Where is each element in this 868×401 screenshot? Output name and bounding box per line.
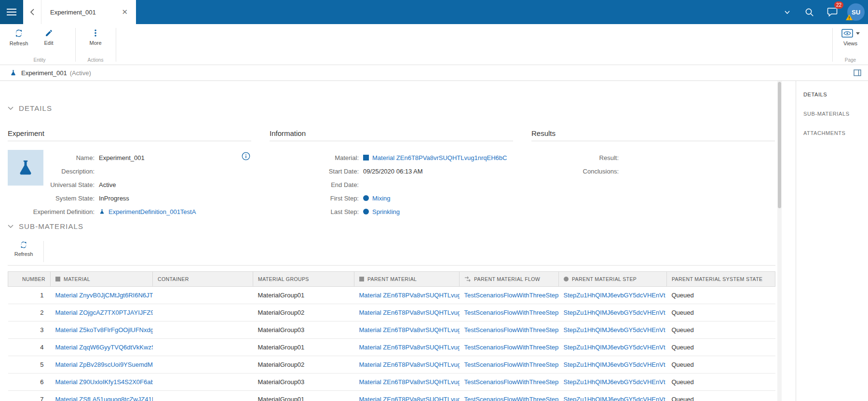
- parent-material-step-link[interactable]: StepZu1HhQIMJ6evbGY5dcVHEnVt: [564, 326, 665, 334]
- parent-material-link[interactable]: Material ZEn6T8PVa8vrSUQHTLvug: [359, 396, 460, 401]
- page-group: Views Page: [833, 24, 868, 65]
- user-menu-button[interactable]: SU: [844, 0, 868, 24]
- parent-material-step-link[interactable]: StepZu1HhQIMJ6evbGY5dcVHEnVt: [564, 292, 665, 299]
- hamburger-menu-button[interactable]: [0, 0, 23, 24]
- more-button[interactable]: More: [81, 28, 110, 46]
- cell-material-groups: MaterialGroup03: [253, 374, 354, 391]
- parent-material-flow-link[interactable]: TestScenariosFlowWithThreeSteps: [464, 361, 559, 368]
- submaterials-section-header[interactable]: SUB-MATERIALS: [8, 222, 83, 230]
- table-row[interactable]: 6Material Z90UxloIKfy1S4S2X0F6abMaterial…: [8, 374, 775, 391]
- avatar: SU: [847, 3, 865, 21]
- material-link[interactable]: Material ZEn6T8PVa8vrSUQHTLvug1nrqEH6bC: [372, 154, 507, 161]
- edit-button[interactable]: Edit: [34, 28, 64, 46]
- entity-title: Experiment_001: [21, 69, 67, 77]
- material-link[interactable]: Material ZpBv289scUoi9YSuemdM: [55, 361, 153, 368]
- parent-material-link[interactable]: Material ZEn6T8PVa8vrSUQHTLvug: [359, 326, 460, 334]
- parent-material-flow-link[interactable]: TestScenariosFlowWithThreeSteps: [464, 292, 559, 299]
- topbar-dropdown-button[interactable]: [776, 0, 798, 24]
- field-row: End Date:: [270, 178, 513, 191]
- last-step-link[interactable]: Sprinkling: [372, 208, 400, 215]
- table-row[interactable]: 4Material ZqqW6GyyTVQ6dtVkKwzSMaterialGr…: [8, 339, 775, 356]
- submaterials-caption: SUB-MATERIALS: [19, 222, 83, 230]
- table-row[interactable]: 5Material ZpBv289scUoi9YSuemdMMaterialGr…: [8, 356, 775, 374]
- cell-container: [153, 339, 253, 356]
- cell-number: 4: [8, 339, 51, 356]
- parent-material-flow-link[interactable]: TestScenariosFlowWithThreeSteps: [464, 396, 559, 401]
- table-row[interactable]: 7Material ZSfLA51uguog8tcZwJZ41MMaterial…: [8, 391, 775, 401]
- refresh-icon: [20, 241, 27, 249]
- parent-material-step-link[interactable]: StepZu1HhQIMJ6evbGY5dcVHEnVt: [564, 396, 665, 401]
- submaterials-table-body: 1Material ZnyvB0JjCMtJgt6RI6N6JTmMateria…: [8, 287, 775, 401]
- parent-material-flow-link[interactable]: TestScenariosFlowWithThreeSteps: [464, 326, 559, 334]
- warning-icon: [846, 14, 853, 22]
- tab-close-icon[interactable]: ✕: [120, 7, 130, 17]
- notification-badge: 22: [834, 1, 843, 9]
- field-row: Name: Experiment_001: [8, 151, 251, 164]
- info-button[interactable]: [242, 152, 250, 162]
- material-link[interactable]: Material Z5koTv8FlrFgOOjlUFNxdg: [55, 326, 153, 334]
- experiment-title: Experiment: [8, 129, 251, 141]
- information-column: Information Material: Material ZEn6T8PVa…: [270, 129, 513, 218]
- material-link[interactable]: Material ZqqW6GyyTVQ6dtVkKwzS: [55, 344, 153, 351]
- parent-material-flow-link[interactable]: TestScenariosFlowWithThreeSteps: [464, 378, 559, 386]
- field-label: First Step:: [270, 195, 359, 202]
- material-link[interactable]: Material Z90UxloIKfy1S4S2X0F6ab: [55, 378, 153, 386]
- parent-material-link[interactable]: Material ZEn6T8PVa8vrSUQHTLvug: [359, 309, 460, 316]
- field-row: Experiment Definition: ExperimentDefinit…: [8, 205, 251, 218]
- notifications-button[interactable]: 22: [821, 0, 844, 24]
- table-row[interactable]: 1Material ZnyvB0JjCMtJgt6RI6N6JTmMateria…: [8, 287, 775, 304]
- col-parent-material[interactable]: PARENT MATERIAL: [354, 272, 460, 287]
- search-button[interactable]: [798, 0, 821, 24]
- nav-item-sub-materials[interactable]: SUB-MATERIALS: [796, 108, 868, 120]
- parent-material-flow-link[interactable]: TestScenariosFlowWithThreeSteps: [464, 309, 559, 316]
- field-row: Material: Material ZEn6T8PVa8vrSUQHTLvug…: [270, 151, 513, 164]
- submaterials-refresh-button[interactable]: Refresh: [9, 241, 39, 257]
- parent-material-step-link[interactable]: StepZu1HhQIMJ6evbGY5dcVHEnVt: [564, 378, 665, 386]
- nav-item-attachments[interactable]: ATTACHMENTS: [796, 127, 868, 139]
- parent-material-link[interactable]: Material ZEn6T8PVa8vrSUQHTLvug: [359, 378, 460, 386]
- parent-material-link[interactable]: Material ZEn6T8PVa8vrSUQHTLvug: [359, 361, 460, 368]
- cell-material-groups: MaterialGroup01: [253, 287, 354, 304]
- cell-parent-material: Material ZEn6T8PVa8vrSUQHTLvug: [354, 391, 460, 401]
- ribbon-toolbar: Refresh Edit Entity More Actions: [0, 24, 868, 65]
- col-parent-material-step[interactable]: PARENT MATERIAL STEP: [559, 272, 667, 287]
- col-number[interactable]: NUMBER: [8, 272, 51, 287]
- main-panel: DETAILS Experiment: [0, 81, 779, 401]
- col-container[interactable]: CONTAINER: [153, 272, 253, 287]
- scrollbar-thumb[interactable]: [778, 82, 781, 208]
- step-icon: [363, 195, 369, 201]
- cell-material: Material ZqqW6GyyTVQ6dtVkKwzS: [51, 339, 153, 356]
- material-link[interactable]: Material ZOjgcAZ7TX0PTJAYIJFZ9Fp: [55, 309, 153, 316]
- first-step-link[interactable]: Mixing: [372, 195, 391, 202]
- col-material-groups[interactable]: MATERIAL GROUPS: [253, 272, 354, 287]
- vertical-scrollbar[interactable]: [777, 81, 782, 401]
- views-button[interactable]: Views: [836, 28, 866, 46]
- material-link[interactable]: Material ZnyvB0JjCMtJgt6RI6N6JTm: [55, 292, 153, 299]
- parent-material-flow-link[interactable]: TestScenariosFlowWithThreeSteps: [464, 344, 559, 351]
- refresh-button[interactable]: Refresh: [4, 28, 34, 46]
- chevron-down-icon: [856, 32, 860, 35]
- parent-material-link[interactable]: Material ZEn6T8PVa8vrSUQHTLvug: [359, 292, 460, 299]
- cell-container: [153, 321, 253, 339]
- table-row[interactable]: 3Material Z5koTv8FlrFgOOjlUFNxdgMaterial…: [8, 321, 775, 339]
- cell-container: [153, 304, 253, 321]
- material-link[interactable]: Material ZSfLA51uguog8tcZwJZ41M: [55, 396, 153, 401]
- parent-material-link[interactable]: Material ZEn6T8PVa8vrSUQHTLvug: [359, 344, 460, 351]
- parent-material-step-link[interactable]: StepZu1HhQIMJ6evbGY5dcVHEnVt: [564, 361, 665, 368]
- cell-parent-material: Material ZEn6T8PVa8vrSUQHTLvug: [354, 304, 460, 321]
- tab-scroll-left-button[interactable]: [23, 0, 41, 24]
- parent-material-step-link[interactable]: StepZu1HhQIMJ6evbGY5dcVHEnVt: [564, 309, 665, 316]
- parent-material-step-link[interactable]: StepZu1HhQIMJ6evbGY5dcVHEnVt: [564, 344, 665, 351]
- open-panel-button[interactable]: [854, 69, 861, 76]
- col-parent-material-system-state[interactable]: PARENT MATERIAL SYSTEM STATE: [667, 272, 775, 287]
- section-nav: DETAILS SUB-MATERIALS ATTACHMENTS: [796, 81, 868, 401]
- tab-experiment[interactable]: Experiment_001 ✕: [41, 0, 136, 24]
- table-row[interactable]: 2Material ZOjgcAZ7TX0PTJAYIJFZ9FpMateria…: [8, 304, 775, 321]
- col-parent-material-flow[interactable]: PARENT MATERIAL FLOW: [460, 272, 559, 287]
- col-material[interactable]: MATERIAL: [51, 272, 153, 287]
- field-row: Description:: [8, 164, 251, 178]
- nav-item-details[interactable]: DETAILS: [796, 89, 868, 100]
- cell-material: Material Z5koTv8FlrFgOOjlUFNxdg: [51, 321, 153, 339]
- details-section-header[interactable]: DETAILS: [8, 104, 52, 112]
- experiment-definition-link[interactable]: ExperimentDefinition_001TestA: [108, 208, 196, 215]
